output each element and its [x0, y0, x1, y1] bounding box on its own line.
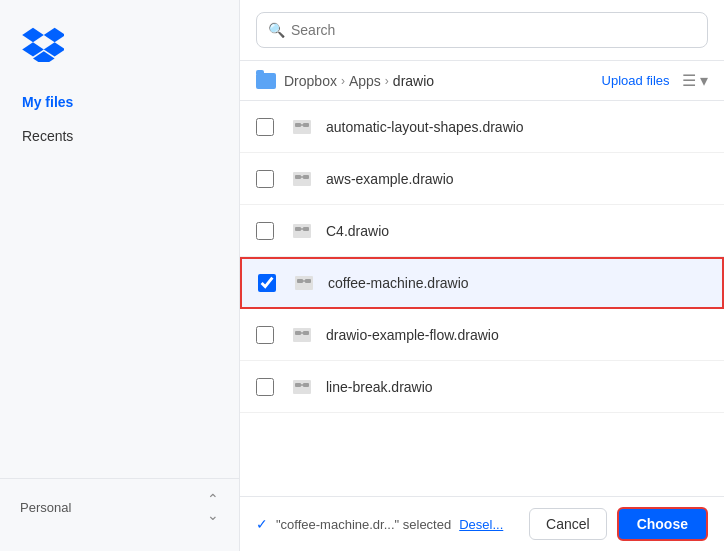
drawio-filetype-icon: [291, 116, 313, 138]
svg-rect-16: [293, 328, 311, 342]
sidebar-item-label: Recents: [22, 128, 73, 144]
svg-rect-0: [293, 120, 311, 134]
folder-icon: [256, 73, 276, 89]
chevron-updown-icon[interactable]: ⌃⌄: [207, 491, 219, 523]
svg-rect-13: [297, 279, 303, 283]
svg-rect-21: [295, 383, 301, 387]
file-checkbox-1[interactable]: [256, 118, 274, 136]
file-checkbox-5[interactable]: [256, 326, 274, 344]
svg-rect-17: [295, 331, 301, 335]
toolbar-actions: Upload files ☰ ▾: [602, 71, 708, 90]
toolbar: Dropbox › Apps › drawio Upload files ☰ ▾: [240, 61, 724, 101]
file-checkbox-6[interactable]: [256, 378, 274, 396]
file-icon-6: [288, 373, 316, 401]
table-row-selected[interactable]: coffee-machine.drawio: [240, 257, 724, 309]
breadcrumb-current: drawio: [393, 73, 434, 89]
table-row[interactable]: drawio-example-flow.drawio: [240, 309, 724, 361]
sidebar-nav: My files Recents: [0, 86, 239, 478]
file-icon-3: [288, 217, 316, 245]
file-icon-4: [290, 269, 318, 297]
table-row[interactable]: C4.drawio: [240, 205, 724, 257]
breadcrumb-sep-1: ›: [341, 74, 345, 88]
status-bar: ✓ "coffee-machine.dr..." selected Desel.…: [240, 496, 724, 551]
table-row[interactable]: aws-example.drawio: [240, 153, 724, 205]
svg-rect-6: [303, 175, 309, 179]
file-checkbox-3[interactable]: [256, 222, 274, 240]
breadcrumb-apps[interactable]: Apps: [349, 73, 381, 89]
upload-files-button[interactable]: Upload files: [602, 73, 670, 88]
file-name-6: line-break.drawio: [326, 379, 433, 395]
svg-rect-1: [295, 123, 301, 127]
file-name-3: C4.drawio: [326, 223, 389, 239]
sidebar-item-label: My files: [22, 94, 73, 110]
svg-rect-10: [303, 227, 309, 231]
check-icon: ✓: [256, 516, 268, 532]
status-left: ✓ "coffee-machine.dr..." selected Desel.…: [256, 516, 503, 532]
file-checkbox-4[interactable]: [258, 274, 276, 292]
svg-rect-5: [295, 175, 301, 179]
svg-rect-8: [293, 224, 311, 238]
file-list: automatic-layout-shapes.drawio aws-examp…: [240, 101, 724, 496]
drawio-filetype-icon: [291, 376, 313, 398]
search-wrapper: 🔍: [256, 12, 708, 48]
search-icon: 🔍: [268, 22, 285, 38]
svg-rect-2: [303, 123, 309, 127]
table-row[interactable]: line-break.drawio: [240, 361, 724, 413]
view-toggle-icon[interactable]: ☰ ▾: [682, 71, 708, 90]
svg-rect-20: [293, 380, 311, 394]
choose-button[interactable]: Choose: [617, 507, 708, 541]
file-name-5: drawio-example-flow.drawio: [326, 327, 499, 343]
drawio-filetype-icon: [293, 272, 315, 294]
table-row[interactable]: automatic-layout-shapes.drawio: [240, 101, 724, 153]
svg-rect-9: [295, 227, 301, 231]
svg-rect-22: [303, 383, 309, 387]
svg-rect-18: [303, 331, 309, 335]
search-input[interactable]: [256, 12, 708, 48]
drawio-filetype-icon: [291, 168, 313, 190]
sidebar-bottom[interactable]: Personal ⌃⌄: [0, 478, 239, 535]
drawio-filetype-icon: [291, 220, 313, 242]
cancel-button[interactable]: Cancel: [529, 508, 607, 540]
status-right: Cancel Choose: [529, 507, 708, 541]
personal-label: Personal: [20, 500, 71, 515]
selected-text: "coffee-machine.dr..." selected: [276, 517, 451, 532]
search-bar: 🔍: [240, 0, 724, 61]
sidebar-item-my-files[interactable]: My files: [10, 86, 229, 118]
svg-rect-12: [295, 276, 313, 290]
deselect-button[interactable]: Desel...: [459, 517, 503, 532]
file-name-1: automatic-layout-shapes.drawio: [326, 119, 524, 135]
dropbox-logo: [20, 26, 64, 62]
file-checkbox-2[interactable]: [256, 170, 274, 188]
file-name-2: aws-example.drawio: [326, 171, 454, 187]
svg-rect-14: [305, 279, 311, 283]
sidebar: My files Recents Personal ⌃⌄: [0, 0, 240, 551]
file-icon-5: [288, 321, 316, 349]
file-icon-2: [288, 165, 316, 193]
logo-area: [0, 16, 239, 86]
breadcrumb-root[interactable]: Dropbox: [284, 73, 337, 89]
file-name-4: coffee-machine.drawio: [328, 275, 469, 291]
drawio-filetype-icon: [291, 324, 313, 346]
main-panel: 🔍 Dropbox › Apps › drawio Upload files ☰…: [240, 0, 724, 551]
breadcrumb-sep-2: ›: [385, 74, 389, 88]
sidebar-item-recents[interactable]: Recents: [10, 120, 229, 152]
breadcrumb: Dropbox › Apps › drawio: [256, 73, 434, 89]
svg-rect-4: [293, 172, 311, 186]
file-icon-1: [288, 113, 316, 141]
